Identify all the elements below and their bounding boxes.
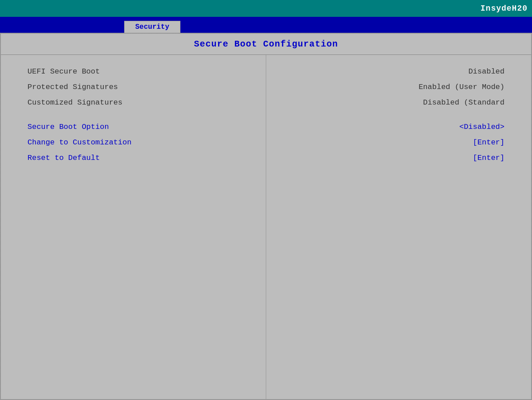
brand-label: InsydeH20: [481, 4, 528, 13]
top-bar: InsydeH20: [0, 0, 532, 17]
customized-signatures-label: Customized Signatures: [27, 98, 122, 107]
reset-to-default-value: [Enter]: [473, 154, 505, 162]
secure-boot-option-row[interactable]: Secure Boot Option <Disabled>: [27, 119, 505, 135]
customized-signatures-row: Customized Signatures Disabled (Standard: [27, 95, 505, 110]
nav-bar: Security: [0, 17, 532, 33]
uefi-secure-boot-label: UEFI Secure Boot: [27, 67, 100, 76]
protected-signatures-value: Enabled (User Mode): [419, 83, 505, 91]
uefi-secure-boot-value: Disabled: [468, 67, 505, 76]
settings-body: UEFI Secure Boot Disabled Protected Sign…: [1, 55, 531, 399]
change-to-customization-value: [Enter]: [473, 138, 505, 147]
change-to-customization-label: Change to Customization: [27, 138, 132, 147]
spacer: [27, 110, 505, 119]
reset-to-default-label: Reset to Default: [27, 154, 100, 162]
protected-signatures-row: Protected Signatures Enabled (User Mode): [27, 79, 505, 95]
main-content: Secure Boot Configuration UEFI Secure Bo…: [0, 33, 532, 400]
uefi-secure-boot-row: UEFI Secure Boot Disabled: [27, 64, 505, 79]
reset-to-default-row[interactable]: Reset to Default [Enter]: [27, 150, 505, 166]
content-wrapper: UEFI Secure Boot Disabled Protected Sign…: [1, 55, 531, 399]
secure-boot-option-value: <Disabled>: [459, 123, 505, 131]
change-to-customization-row[interactable]: Change to Customization [Enter]: [27, 135, 505, 150]
secure-boot-option-label: Secure Boot Option: [27, 123, 109, 131]
bios-screen: InsydeH20 Security Secure Boot Configura…: [0, 0, 532, 400]
section-title: Secure Boot Configuration: [194, 39, 338, 49]
customized-signatures-value: Disabled (Standard: [423, 98, 505, 107]
section-header: Secure Boot Configuration: [1, 34, 531, 55]
tab-security[interactable]: Security: [124, 21, 180, 33]
protected-signatures-label: Protected Signatures: [27, 83, 118, 91]
